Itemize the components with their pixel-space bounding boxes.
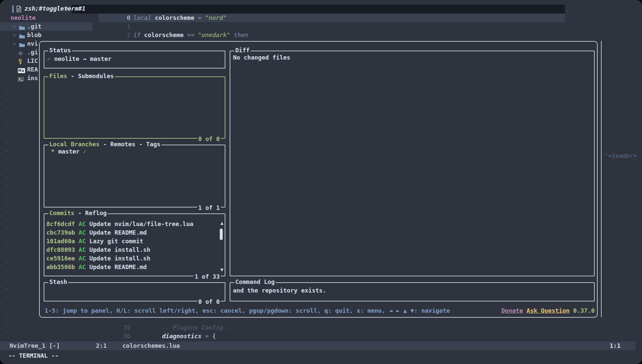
status-branch-line: ✓ neolite → master (47, 55, 112, 62)
branch-star-icon: * (51, 148, 55, 155)
tilde: ~ (6, 302, 13, 310)
tilde: ~ (6, 156, 13, 164)
lazygit-panel-files[interactable]: Files - Submodules 0 of 0 (44, 76, 225, 139)
commit-row[interactable]: abb3506b AC Update README.md (46, 263, 218, 271)
tilde: ~ (6, 233, 13, 242)
tilde: ~ (6, 259, 13, 267)
check-icon: ✓ (47, 55, 51, 62)
version-label: 0.37.0 (573, 307, 595, 314)
filetree-item-label: .gi (27, 48, 38, 57)
diff-message: No changed files (233, 54, 290, 61)
commits-count: 1 of 33 (194, 273, 221, 280)
tilde: ~ (6, 164, 13, 173)
statusline-filename: colorschemes.lua (122, 341, 180, 350)
chevron-right-icon: > (13, 31, 16, 39)
tilde: ~ (6, 173, 13, 181)
tilde: ~ (6, 207, 13, 216)
tilde: ~ (6, 319, 13, 328)
tilde: ~ (6, 242, 13, 250)
panel-title-stash: Stash (48, 278, 68, 285)
filetree-item-label: REA (27, 65, 38, 74)
statusline-buffer-name: NvimTree_1 [-] (10, 341, 60, 350)
filetree-item-label: ins (27, 74, 38, 82)
stash-count: 0 of 0 (197, 298, 221, 305)
line-number: 0 (106, 14, 130, 22)
mode-indicator: -- TERMINAL -- (8, 351, 59, 360)
lazygit-panel-commits[interactable]: Commits - Reflog 8cf6dcdf AC Update nvim… (44, 213, 225, 276)
branch-row[interactable]: * master ✓ (51, 148, 87, 155)
tilde: ~ (6, 190, 13, 199)
line-number: 1 (106, 22, 130, 31)
tilde: ~ (6, 216, 13, 224)
scrollbar-thumb[interactable] (220, 229, 223, 240)
tab-accent-bar (12, 5, 14, 13)
check-icon: ✓ (83, 148, 87, 155)
lazygit-panel-command-log[interactable]: Command Log and the repository exists. (230, 282, 595, 301)
tilde: ~ (6, 87, 13, 95)
tilde: ~ (6, 328, 13, 336)
statusline: NvimTree_1 [-] 2:1 colorschemes.lua 1:1 (0, 341, 635, 350)
line-number: 36 (106, 332, 130, 341)
panel-title-diff: Diff (234, 47, 251, 54)
statusline-ruler: 1:1 (610, 341, 620, 350)
tilde: ~ (6, 138, 13, 147)
commit-row[interactable]: 8cf6dcdf AC Update nvim/lua/file-tree.lu… (46, 220, 218, 228)
tilde: ~ (6, 113, 13, 121)
tilde: ~ (6, 276, 13, 285)
filetree-item-label: .git (27, 22, 41, 31)
keybind-hints: 1-5: jump to panel, H/L: scroll left/rig… (45, 306, 450, 315)
panel-title-branches: Local Branches - Remotes - Tags (48, 141, 161, 148)
filetree-item-git[interactable]: >.git (0, 22, 93, 31)
tilde: ~ (6, 181, 13, 190)
scroll-up-icon[interactable]: ▲ (220, 221, 223, 226)
filetree-item-label: nvi (27, 39, 38, 48)
filetree-item-label: blob (27, 31, 41, 39)
tab-close-icon[interactable]: × (65, 5, 69, 12)
tilde: ~ (6, 285, 13, 293)
panel-title-command-log: Command Log (234, 278, 276, 285)
lazygit-panel-status[interactable]: Status ✓ neolite → master (44, 51, 225, 68)
panel-title-commits: Commits - Reflog (48, 209, 108, 216)
statusline-cursor-pos: 2:1 (96, 341, 107, 350)
commit-row[interactable]: ce5916ee AC Update install.sh (46, 254, 218, 263)
tab-title: zsh;#toggleterm#1 (24, 5, 85, 12)
lazygit-panel-stash[interactable]: Stash 0 of 0 (44, 282, 225, 301)
line-number: 35 (106, 323, 130, 332)
panel-title-files: Files - Submodules (48, 72, 115, 79)
tilde: ~ (6, 224, 13, 233)
line-number: 2 (106, 31, 130, 39)
ask-question-link[interactable]: Ask Question (527, 307, 570, 314)
file-icon (16, 6, 22, 14)
tilde: ~ (6, 199, 13, 207)
filetree-item-label: LIC (27, 57, 38, 65)
commit-row[interactable]: 101ad60a AC Lazy git commit (46, 237, 218, 246)
commit-row[interactable]: cbc739ab AC Update README.md (46, 228, 218, 237)
tabline: zsh;#toggleterm#1 × (0, 5, 642, 14)
branches-count: 1 of 1 (197, 204, 221, 211)
tilde: ~ (6, 250, 13, 259)
filetree-item-blob[interactable]: >blob (0, 31, 93, 39)
files-count: 0 of 0 (197, 135, 221, 142)
nvim-terminal-window: zsh;#toggleterm#1 × 0local colorscheme =… (0, 0, 642, 364)
window-separator (601, 41, 602, 317)
tilde: ~ (6, 104, 13, 113)
background-code-fragment: '<leader> (605, 152, 637, 160)
donate-link[interactable]: Donate (501, 307, 523, 314)
scroll-down-icon[interactable]: ▼ (220, 267, 223, 272)
tabline-fill (71, 5, 565, 14)
commit-row[interactable]: dfc08093 AC Update install.sh (46, 246, 218, 254)
commit-list: 8cf6dcdf AC Update nvim/lua/file-tree.lu… (46, 220, 218, 271)
lazygit-panel-branches[interactable]: Local Branches - Remotes - Tags * master… (44, 145, 225, 207)
filetree-root-name[interactable]: neolite (11, 14, 36, 22)
chevron-right-icon: > (13, 22, 16, 31)
tilde: ~ (6, 267, 13, 276)
tilde: ~ (6, 147, 13, 156)
chevron-right-icon: > (13, 39, 16, 48)
lazygit-panel-diff[interactable]: Diff No changed files (230, 51, 595, 276)
tilde: ~ (6, 130, 13, 138)
tilde: ~ (6, 95, 13, 104)
lazygit-bottom-bar: 1-5: jump to panel, H/L: scroll left/rig… (45, 306, 595, 315)
tilde: ~ (6, 293, 13, 302)
command-log-message: and the repository exists. (233, 287, 326, 294)
tilde: ~ (6, 310, 13, 319)
